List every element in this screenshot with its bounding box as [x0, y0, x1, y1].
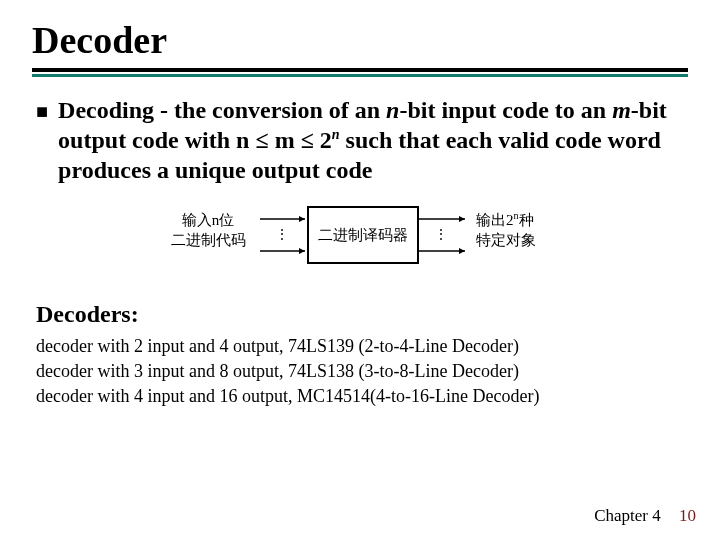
var-n: n [386, 97, 399, 123]
diagram-left-label-bot: 二进制代码 [171, 232, 246, 248]
bullet-item: ■ Decoding - the conversion of an n-bit … [36, 95, 688, 185]
decoder-example: decoder with 3 input and 8 output, 74LS1… [36, 361, 688, 382]
slide-title: Decoder [32, 18, 688, 62]
bullet-icon: ■ [36, 99, 48, 123]
definition-text: Decoding - the conversion of an n-bit in… [58, 95, 688, 185]
text-part: -bit input code to an [399, 97, 612, 123]
svg-marker-7 [459, 248, 465, 254]
ellipsis-icon: ⋮ [434, 227, 448, 242]
decoder-example: decoder with 2 input and 4 output, 74LS1… [36, 336, 688, 357]
text-part: 2 [314, 127, 332, 153]
diagram-right-label-top: 输出2n种 [476, 210, 534, 228]
svg-marker-5 [459, 216, 465, 222]
svg-marker-3 [299, 248, 305, 254]
page-number: 10 [679, 506, 696, 525]
decoder-diagram: 输入n位 二进制代码 ⋮ 二进制译码器 ⋮ 输出2n种 特定对象 [32, 195, 688, 285]
text-part: Decoding - the conversion of an [58, 97, 386, 123]
title-underline [32, 68, 688, 72]
decoder-example: decoder with 4 input and 16 output, MC14… [36, 386, 688, 407]
slide-footer: Chapter 4 10 [594, 506, 696, 526]
ellipsis-icon: ⋮ [275, 227, 289, 242]
le-symbol: ≤ [255, 127, 268, 153]
text-part: m [269, 127, 301, 153]
decoders-subheading: Decoders: [36, 301, 688, 328]
diagram-left-label-top: 输入n位 [182, 212, 235, 228]
svg-marker-1 [299, 216, 305, 222]
superscript-n: n [332, 127, 340, 142]
le-symbol: ≤ [301, 127, 314, 153]
title-underline-accent [32, 74, 688, 77]
diagram-center-label: 二进制译码器 [318, 227, 408, 243]
var-m: m [612, 97, 631, 123]
diagram-right-label-bot: 特定对象 [476, 232, 536, 248]
chapter-label: Chapter 4 [594, 506, 661, 525]
